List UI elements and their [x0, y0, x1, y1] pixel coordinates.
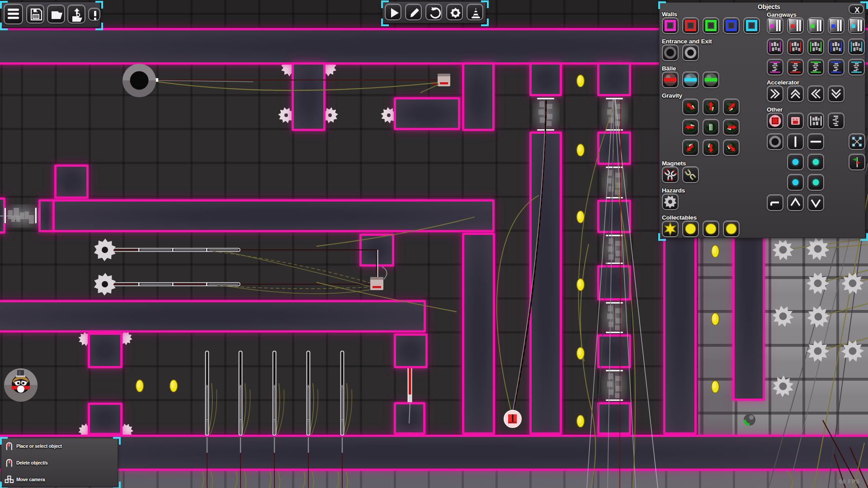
- svg-text:X: X: [854, 6, 860, 14]
